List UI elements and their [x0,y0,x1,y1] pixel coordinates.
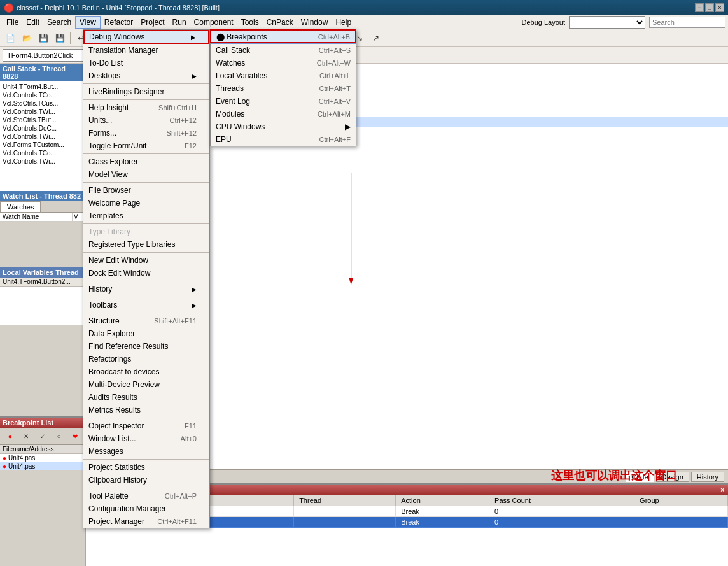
view-history[interactable]: History ▶ [83,283,209,295]
view-toggle-form[interactable]: Toggle Form/Unit F12 [83,139,209,152]
toolbar-sep-1 [70,32,71,44]
view-messages[interactable]: Messages [83,445,209,458]
localvars-method: Unit4.TForm4.Button2... [0,278,85,287]
menu-component[interactable]: Component [190,17,237,28]
bp-disableall[interactable]: ❤ [67,429,83,443]
callstack-item[interactable]: Vcl.Controls.TWi... [1,108,84,116]
view-help-insight[interactable]: Help Insight Shift+Ctrl+H [83,101,209,114]
arrow-icon: ▶ [345,122,351,131]
view-clipboard-hist[interactable]: Clipboard History [83,474,209,486]
saveall-btn[interactable]: 💾 [52,31,67,45]
callstack-item[interactable]: Vcl.Controls.DoC... [1,124,84,132]
breakpoint-panel: Breakpoint List ● ✕ ✓ ○ ❤ Filename/Addre… [0,416,85,566]
bp-filename-2: Unit4.pas [8,463,35,470]
layout-select[interactable] [569,16,645,29]
save-btn[interactable]: 💾 [36,31,51,45]
maximize-button[interactable]: □ [705,3,714,12]
bp-table-close[interactable]: × [720,486,724,493]
callstack-item[interactable]: Vcl.Controls.TCo... [1,149,84,157]
watches-tab[interactable]: Watches [0,201,41,212]
tab-code[interactable]: Code [626,472,654,482]
view-broadcast[interactable]: Broadcast to devices [83,365,209,378]
menu-tools[interactable]: Tools [237,17,263,28]
menu-refactor[interactable]: Refactor [101,17,137,28]
view-metrics[interactable]: Metrics Results [83,404,209,416]
localvars-title: Local Variables Thread [0,267,85,278]
bp-row-1[interactable]: ● Unit4.pas [0,454,85,462]
view-config-mgr[interactable]: Configuration Manager [83,502,209,515]
callstack-item[interactable]: Vcl.Controls.TCo... [1,91,84,99]
menu-search-input[interactable] [649,17,725,28]
callstack-item[interactable]: Vcl.Controls.TWi... [1,132,84,141]
view-refactorings[interactable]: Refactorings [83,353,209,365]
submenu-watches[interactable]: Watches Ctrl+Alt+W [211,57,356,69]
view-multi-device[interactable]: Multi-Device Preview [83,378,209,391]
view-forms[interactable]: Forms... Shift+F12 [83,127,209,139]
view-tool-palette[interactable]: Tool Palette Ctrl+Alt+P [83,490,209,502]
view-livebindings[interactable]: LiveBindings Designer [83,85,209,98]
view-audits[interactable]: Audits Results [83,391,209,404]
submenu-breakpoints[interactable]: ⬤ Breakpoints Ctrl+Alt+B [211,30,356,44]
view-file-browser[interactable]: File Browser [83,184,209,197]
view-translation-mgr[interactable]: Translation Manager [83,44,209,57]
view-data-explorer[interactable]: Data Explorer [83,327,209,340]
view-units[interactable]: Units... Ctrl+F12 [83,114,209,127]
menu-run[interactable]: Run [169,17,190,28]
sep [83,297,209,297]
sep [83,313,209,313]
view-reg-type-lib[interactable]: Registered Type Libraries [83,238,209,251]
submenu-callstack[interactable]: Call Stack Ctrl+Alt+S [211,44,356,57]
open-btn[interactable]: 📂 [19,31,34,45]
bp-add[interactable]: ● [3,429,18,443]
view-window-list[interactable]: Window List... Alt+0 [83,432,209,445]
view-todo[interactable]: To-Do List [83,57,209,69]
view-debug-windows[interactable]: Debug Windows ▶ [83,30,209,44]
menu-cnpack[interactable]: CnPack [263,17,297,28]
bp-disable[interactable]: ○ [52,429,67,443]
callstack-item[interactable]: Vcl.StdCtrls.TBut... [1,116,84,124]
callstack-list[interactable]: Unit4.TForm4.But... Vcl.Controls.TCo... … [0,81,85,199]
view-find-ref[interactable]: Find Reference Results [83,340,209,353]
tab-history[interactable]: History [691,472,724,482]
view-templates[interactable]: Templates [83,209,209,222]
menu-file[interactable]: File [3,17,22,28]
view-toolbars[interactable]: Toolbars ▶ [83,299,209,311]
submenu-cpu-windows[interactable]: CPU Windows ▶ [211,120,356,133]
view-project-mgr[interactable]: Project Manager Ctrl+Alt+F11 [83,515,209,528]
menu-view[interactable]: View [75,16,101,29]
tab-design[interactable]: Design [656,472,689,482]
submenu-event-log[interactable]: Event Log Ctrl+Alt+V [211,95,356,108]
view-structure[interactable]: Structure Shift+Alt+F11 [83,315,209,327]
view-project-stats[interactable]: Project Statistics [83,461,209,474]
callstack-item[interactable]: Vcl.Controls.TWi... [1,157,84,166]
watches-section: Watch List - Thread 882 Watches Watch Na… [0,191,85,267]
submenu-modules[interactable]: Modules Ctrl+Alt+M [211,108,356,120]
menu-project[interactable]: Project [137,17,168,28]
arrow-icon: ▶ [191,34,196,41]
bp-enable[interactable]: ✓ [35,429,50,443]
submenu-local-vars[interactable]: Local Variables Ctrl+Alt+L [211,69,356,82]
minimize-button[interactable]: − [695,3,704,12]
close-button[interactable]: × [715,3,724,12]
view-desktops[interactable]: Desktops ▶ [83,69,209,82]
view-class-explorer[interactable]: Class Explorer [83,155,209,168]
menu-help[interactable]: Help [332,17,355,28]
bp-row-2[interactable]: ● Unit4.pas [0,462,85,470]
callstack-item[interactable]: Unit4.TForm4.But... [1,83,84,91]
arrow-icon: ▶ [192,302,197,309]
view-dock-edit-window[interactable]: Dock Edit Window [83,267,209,279]
submenu-threads[interactable]: Threads Ctrl+Alt+T [211,82,356,95]
menu-window[interactable]: Window [297,17,332,28]
menu-edit[interactable]: Edit [22,17,43,28]
submenu-epu[interactable]: EPU Ctrl+Alt+F [211,133,356,146]
view-model-view[interactable]: Model View [83,168,209,181]
menu-search[interactable]: Search [43,17,75,28]
view-welcome[interactable]: Welcome Page [83,197,209,209]
callstack-item[interactable]: Vcl.Forms.TCustom... [1,141,84,149]
new-btn[interactable]: 📄 [3,31,18,45]
callstack-item[interactable]: Vcl.StdCtrls.TCus... [1,99,84,108]
view-object-inspector[interactable]: Object Inspector F11 [83,420,209,432]
step-out[interactable]: ↗ [368,31,384,45]
bp-del[interactable]: ✕ [19,429,34,443]
view-new-edit-window[interactable]: New Edit Window [83,254,209,267]
